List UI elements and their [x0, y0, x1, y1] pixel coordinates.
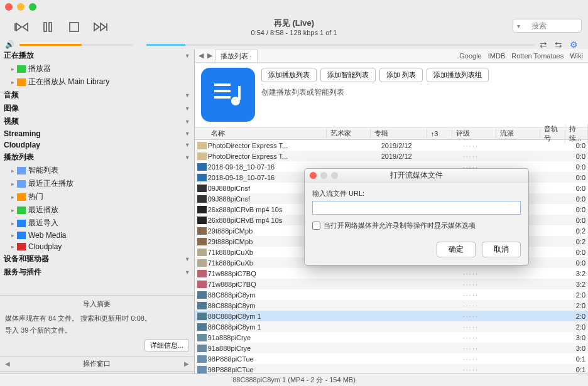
url-input[interactable]	[312, 201, 521, 215]
table-row[interactable]: 71w888piC7BQ·····3:2	[195, 279, 588, 289]
row-thumbnail	[197, 259, 207, 267]
cell-name: 98P888piCTue	[208, 366, 337, 373]
chevron-right-icon[interactable]: ▶	[182, 360, 192, 367]
detail-button[interactable]: 详细信息...	[144, 339, 189, 352]
cancel-button[interactable]: 取消	[482, 242, 521, 257]
sidebar-category[interactable]: 播放列表▼	[0, 151, 194, 164]
cell-duration: 0:0	[576, 153, 588, 160]
col-date[interactable]: ↑3	[427, 130, 452, 137]
table-row[interactable]: 71w888piC7BQ·····3:2	[195, 268, 588, 279]
summary-title: 导入摘要	[5, 299, 189, 309]
table-row[interactable]: PhotoDirector Express T...2019/2/12·····…	[195, 151, 588, 161]
sidebar: 正在播放▼▸播放器▸正在播放从 Main Library音频▼图像▼视频▼Str…	[0, 49, 195, 386]
sidebar-item[interactable]: ▸最近播放	[0, 203, 194, 217]
sidebar-category[interactable]: Cloudplay▼	[0, 139, 194, 151]
row-thumbnail	[197, 185, 207, 192]
sidebar-item[interactable]: ▸热门	[0, 190, 194, 203]
cell-name: 91a888piCrye	[208, 345, 337, 352]
cell-duration: 3:2	[576, 281, 588, 288]
col-album[interactable]: 专辑	[371, 129, 427, 138]
header-subtitle: 创建播放列表或智能列表	[261, 87, 489, 98]
table-row[interactable]: 88C888piC8ym 1·····2:0	[195, 321, 588, 332]
header-action-button[interactable]: 添加播放列表	[261, 68, 317, 82]
cell-duration: 0:0	[576, 249, 588, 256]
sidebar-category[interactable]: 视频▼	[0, 115, 194, 128]
dialog-titlebar: 打开流媒体文件	[305, 169, 528, 183]
table-row[interactable]: 91a888piCrye·····3:0	[195, 332, 588, 343]
row-thumbnail	[197, 163, 207, 171]
search-input[interactable]: ▾ 搜索	[513, 19, 582, 33]
sidebar-item[interactable]: ▸Web Media	[0, 230, 194, 241]
cell-name: 88C888piC8ym 1	[208, 313, 337, 320]
sidebar-category[interactable]: Streaming▼	[0, 128, 194, 139]
external-link[interactable]: IMDB	[488, 52, 506, 60]
gear-icon[interactable]: ⚙	[570, 40, 578, 50]
chevron-left-icon[interactable]: ◀	[3, 360, 13, 367]
next-track-button[interactable]	[93, 19, 108, 35]
cell-rating: ·····	[463, 345, 507, 352]
sidebar-category[interactable]: 服务与插件▼	[0, 265, 194, 279]
sidebar-category[interactable]: 设备和驱动器▼	[0, 252, 194, 265]
volume-icon[interactable]: 🔊	[5, 40, 14, 49]
checkbox-input[interactable]	[312, 222, 320, 230]
cell-name: PhotoDirector Express T...	[208, 153, 337, 160]
prev-track-button[interactable]	[14, 19, 29, 35]
cell-duration: 3:2	[576, 270, 588, 277]
header-action-button[interactable]: 添加播放列表组	[427, 68, 489, 82]
table-row[interactable]: 91a888piCrye·····3:0	[195, 343, 588, 353]
shuffle-icon[interactable]: ⇄	[540, 40, 547, 50]
sidebar-item[interactable]: ▸播放器	[0, 62, 194, 75]
svg-rect-4	[214, 90, 231, 92]
col-artist[interactable]: 艺术家	[327, 129, 371, 138]
search-placeholder: 搜索	[531, 21, 547, 31]
table-row[interactable]: 88C888piC8ym·····2:0	[195, 289, 588, 300]
row-thumbnail	[197, 227, 207, 235]
forward-icon[interactable]: ▶	[207, 51, 212, 60]
sidebar-item[interactable]: ▸智能列表	[0, 164, 194, 177]
external-link[interactable]: Google	[459, 52, 481, 60]
col-genre[interactable]: 流派	[496, 129, 540, 138]
col-rating[interactable]: 评级	[452, 129, 496, 138]
sidebar-item[interactable]: ▸最近导入	[0, 217, 194, 230]
header-action-button[interactable]: 添加智能列表	[320, 68, 376, 82]
status-bar: 88C888piC8ym 1 (MP4 - 2 分 - 154 MB)	[0, 373, 588, 386]
sidebar-item[interactable]: ▸最近正在播放	[0, 177, 194, 190]
dialog-close[interactable]	[310, 172, 317, 179]
external-link[interactable]: Rotten Tomatoes	[511, 52, 564, 60]
ops-window-row[interactable]: ◀ 操作窗口 ▶	[0, 356, 194, 371]
cell-duration: 0:0	[576, 185, 588, 192]
close-window[interactable]	[5, 3, 13, 11]
table-row[interactable]: 98P888piCTue·····0:1	[195, 353, 588, 364]
now-playing-info: 再见 (Live) 0:54 / 8:58 - 128 kbps 1 of 1	[251, 18, 337, 36]
sidebar-category[interactable]: 正在播放▼	[0, 49, 194, 62]
back-icon[interactable]: ◀	[199, 51, 204, 60]
table-header: 名称 艺术家 专辑 ↑3 评级 流派 音轨号 持续...	[195, 127, 588, 140]
cell-rating: ·····	[463, 270, 507, 277]
table-row[interactable]: 88C888piC8ym·····2:0	[195, 300, 588, 311]
show-options-checkbox[interactable]: 当打开网络媒体并允许录制等操作时显示媒体选项	[312, 221, 521, 230]
progress-row: 🔊 ⇄ ⇆ ⚙	[0, 40, 588, 49]
sidebar-category[interactable]: 音频▼	[0, 88, 194, 102]
cell-duration: 0:2	[576, 238, 588, 245]
header-action-button[interactable]: 添加 列表	[379, 68, 423, 82]
sidebar-item[interactable]: ▸正在播放从 Main Library	[0, 75, 194, 88]
breadcrumb-tab[interactable]: 播放列表 ·	[215, 50, 258, 62]
seek-bar[interactable]	[146, 44, 535, 46]
track-meta: 0:54 / 8:58 - 128 kbps 1 of 1	[251, 29, 337, 36]
volume-slider[interactable]	[19, 44, 133, 46]
sidebar-category[interactable]: 图像▼	[0, 102, 194, 115]
table-row[interactable]: PhotoDirector Express T...2019/2/12·····…	[195, 140, 588, 151]
summary-line1: 媒体库现在有 84 文件。 搜索和更新用时 0:08。	[5, 313, 189, 324]
table-row[interactable]: 88C888piC8ym 1·····2:0	[195, 311, 588, 321]
zoom-window[interactable]	[29, 3, 36, 11]
repeat-icon[interactable]: ⇆	[555, 40, 562, 50]
minimize-window[interactable]	[17, 3, 24, 11]
cell-name: 88C888piC8ym	[208, 302, 337, 309]
stop-button[interactable]	[67, 19, 82, 35]
external-link[interactable]: Wiki	[570, 52, 583, 60]
pause-button[interactable]	[40, 19, 55, 35]
cell-rating: ·····	[463, 153, 507, 160]
ok-button[interactable]: 确定	[437, 242, 476, 257]
sidebar-item[interactable]: ▸Cloudplay	[0, 241, 194, 252]
col-name[interactable]: 名称	[207, 129, 327, 138]
